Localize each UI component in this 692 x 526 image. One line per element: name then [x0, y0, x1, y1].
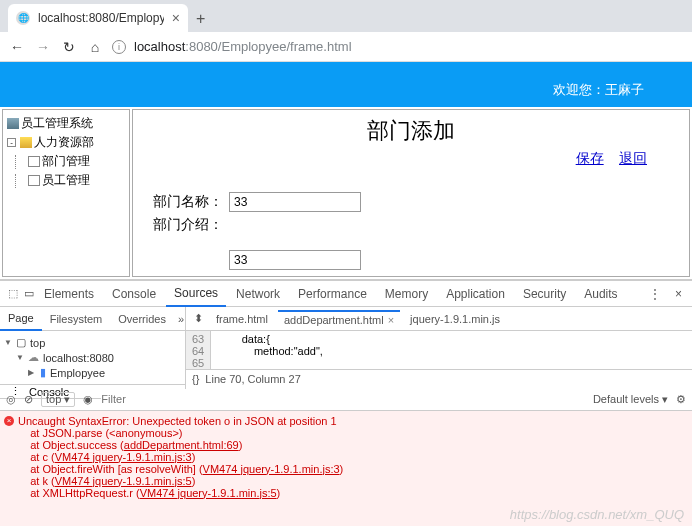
nav-forward-icon: → — [34, 39, 52, 55]
label-dept-name: 部门名称： — [151, 193, 223, 211]
console-filter[interactable] — [101, 393, 585, 405]
nav-back-icon[interactable]: ← — [8, 39, 26, 55]
devtools-tabs: ⬚ ▭ Elements Console Sources Network Per… — [0, 281, 692, 307]
tab-console[interactable]: Console — [104, 281, 164, 307]
tree-toggle-icon[interactable]: - — [7, 138, 16, 147]
tree-root[interactable]: 员工管理系统 — [7, 114, 125, 133]
stack-link[interactable]: VM474 jquery-1.9.1.min.js:3 — [55, 451, 192, 463]
tab-title: localhost:8080/Emplopyee/fra — [38, 11, 164, 25]
cursor-status: Line 70, Column 27 — [205, 373, 300, 385]
address-bar: ← → ↻ ⌂ i localhost:8080/Emplopyee/frame… — [0, 32, 692, 62]
tree-dept-mgmt[interactable]: 部门管理 — [15, 152, 125, 171]
browser-tab[interactable]: 🌐 localhost:8080/Emplopyee/fra × — [8, 4, 188, 32]
file-tab-jq[interactable]: jquery-1.9.1.min.js — [404, 311, 506, 327]
inspect-icon[interactable]: ⬚ — [4, 287, 18, 300]
file-tab-add[interactable]: addDepartment.html× — [278, 310, 400, 328]
tab-security[interactable]: Security — [515, 281, 574, 307]
tree-top[interactable]: ▼▢top — [4, 335, 181, 350]
back-link[interactable]: 退回 — [619, 150, 647, 166]
file-tab-close-icon[interactable]: × — [388, 314, 394, 326]
nav-home-icon[interactable]: ⌂ — [86, 39, 104, 55]
device-icon[interactable]: ▭ — [20, 287, 34, 300]
devtools: ⬚ ▭ Elements Console Sources Network Per… — [0, 280, 692, 526]
tab-favicon: 🌐 — [16, 11, 30, 25]
tree-hr[interactable]: -人力资源部 — [7, 133, 125, 152]
save-link[interactable]: 保存 — [576, 150, 604, 166]
stack-link[interactable]: VM474 jquery-1.9.1.min.js:3 — [203, 463, 340, 475]
tab-memory[interactable]: Memory — [377, 281, 436, 307]
tab-performance[interactable]: Performance — [290, 281, 375, 307]
sources-tree: ▼▢top ▼☁localhost:8080 ▶▮Emplopyee — [0, 331, 185, 384]
tree-folder[interactable]: ▶▮Emplopyee — [4, 365, 181, 380]
file-nav-icon[interactable]: ⬍ — [190, 312, 206, 325]
nav-reload-icon[interactable]: ↻ — [60, 39, 78, 55]
new-tab-button[interactable]: + — [196, 10, 205, 28]
tab-application[interactable]: Application — [438, 281, 513, 307]
error-icon: × — [4, 416, 14, 426]
file-tab-frame[interactable]: frame.html — [210, 311, 274, 327]
page-title: 部门添加 — [151, 116, 671, 146]
tab-audits[interactable]: Audits — [576, 281, 625, 307]
tree-host[interactable]: ▼☁localhost:8080 — [4, 350, 181, 365]
welcome-banner: 欢迎您：王麻子 — [0, 62, 692, 107]
code-editor[interactable]: 636465 data:{ method:"add", — [186, 331, 692, 369]
tab-close-icon[interactable]: × — [172, 10, 180, 26]
label-dept-desc: 部门介绍： — [151, 216, 223, 234]
subtab-page[interactable]: Page — [0, 307, 42, 331]
stack-link[interactable]: VM474 jquery-1.9.1.min.js:5 — [55, 475, 192, 487]
browser-tab-strip: 🌐 localhost:8080/Emplopyee/fra × + — [0, 0, 692, 32]
input-dept-desc[interactable] — [229, 250, 361, 270]
tree-emp-mgmt[interactable]: 员工管理 — [15, 171, 125, 190]
console-settings-icon[interactable]: ⚙ — [676, 393, 686, 406]
watermark: https://blog.csdn.net/xm_QUQ — [510, 507, 684, 522]
stack-link[interactable]: addDepartment.html:69 — [124, 439, 239, 451]
tab-network[interactable]: Network — [228, 281, 288, 307]
console-eye-icon[interactable]: ◉ — [83, 393, 93, 406]
input-dept-name[interactable] — [229, 192, 361, 212]
tab-elements[interactable]: Elements — [36, 281, 102, 307]
devtools-close-icon[interactable]: × — [669, 287, 688, 301]
tab-sources[interactable]: Sources — [166, 281, 226, 307]
console-levels[interactable]: Default levels ▾ — [593, 393, 668, 406]
console-clear-icon[interactable]: ⊘ — [24, 393, 33, 406]
subtab-overrides[interactable]: Overrides — [110, 307, 174, 331]
nav-tree: 员工管理系统 -人力资源部 部门管理 员工管理 — [2, 109, 130, 277]
devtools-menu-icon[interactable]: ⋮ — [643, 287, 667, 301]
main-panel: 部门添加 保存 退回 部门名称： 部门介绍： — [132, 109, 690, 277]
subtab-filesystem[interactable]: Filesystem — [42, 307, 111, 331]
stack-link[interactable]: VM474 jquery-1.9.1.min.js:5 — [140, 487, 277, 499]
welcome-text: 欢迎您：王麻子 — [553, 81, 644, 99]
console-context[interactable]: top ▾ — [41, 392, 75, 407]
site-info-icon[interactable]: i — [112, 40, 126, 54]
page-frame: 欢迎您：王麻子 员工管理系统 -人力资源部 部门管理 员工管理 部门添加 保存 … — [0, 62, 692, 280]
url-display[interactable]: localhost:8080/Emplopyee/frame.html — [134, 39, 684, 54]
console-sidebar-icon[interactable]: ◎ — [6, 393, 16, 406]
